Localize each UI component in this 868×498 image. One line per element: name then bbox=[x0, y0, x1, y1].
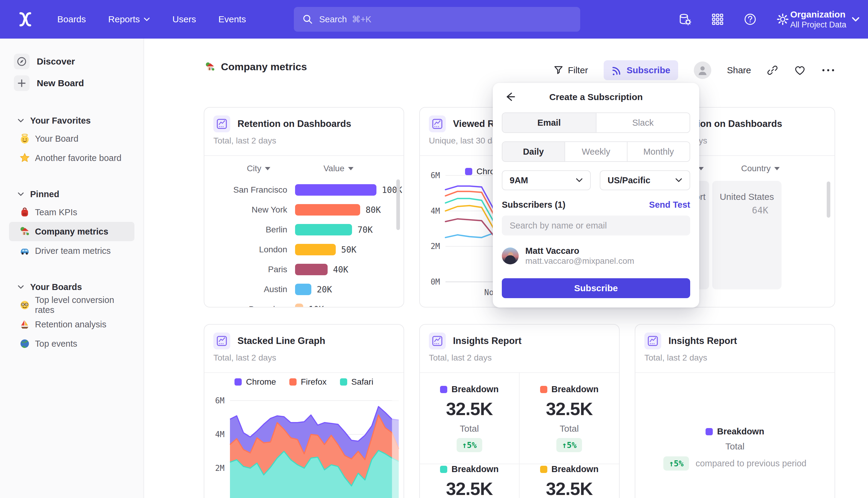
tab-monthly[interactable]: Monthly bbox=[627, 142, 690, 161]
bar bbox=[295, 264, 328, 275]
sidebar-item-discover[interactable]: Discover bbox=[0, 51, 144, 73]
nav-item-boards[interactable]: Boards bbox=[57, 14, 86, 24]
table-row[interactable]: Austin20K bbox=[204, 279, 403, 299]
more-icon[interactable] bbox=[822, 68, 835, 73]
legend-swatch bbox=[440, 466, 447, 473]
legend-swatch bbox=[540, 386, 547, 393]
sidebar-item-your-board[interactable]: Your Board bbox=[9, 129, 134, 148]
metric-sub: Total bbox=[460, 423, 479, 434]
share-button[interactable]: Share bbox=[727, 65, 751, 75]
user-avatar[interactable] bbox=[694, 62, 711, 79]
chevron-down-icon bbox=[675, 178, 682, 183]
sidebar-item-driver-team-metrics[interactable]: Driver team metrics bbox=[9, 241, 134, 260]
sidebar-item-company-metrics[interactable]: Company metrics bbox=[9, 222, 134, 241]
scrollbar-thumb[interactable] bbox=[396, 179, 400, 230]
metric-label: Breakdown bbox=[440, 464, 498, 474]
tab-email[interactable]: Email bbox=[503, 113, 596, 132]
column-header-value[interactable]: Value bbox=[304, 164, 373, 173]
sidebar-item-another-favorite-board[interactable]: Another favorite board bbox=[9, 148, 134, 168]
page-title: Company metrics bbox=[205, 61, 307, 73]
scrollbar-thumb[interactable] bbox=[827, 182, 830, 218]
metric-label: Breakdown bbox=[540, 384, 599, 394]
svg-text:4M: 4M bbox=[215, 430, 225, 439]
subscriber-avatar bbox=[502, 248, 519, 264]
tab-slack[interactable]: Slack bbox=[596, 113, 690, 132]
column-header-country[interactable]: Country bbox=[726, 164, 795, 173]
subscriber-row[interactable]: Matt Vaccaro matt.vaccaro@mixpanel.com bbox=[502, 246, 634, 266]
sidebar-section-title[interactable]: Your Favorites bbox=[0, 112, 144, 129]
filter-button[interactable]: Filter bbox=[553, 65, 588, 75]
sidebar-item-retention-analysis[interactable]: Retention analysis bbox=[9, 315, 134, 334]
tab-weekly[interactable]: Weekly bbox=[564, 142, 627, 161]
tab-daily[interactable]: Daily bbox=[503, 142, 564, 161]
sidebar-item-team-kpis[interactable]: Team KPIs bbox=[9, 202, 134, 222]
report-chart-icon bbox=[429, 116, 446, 132]
sidebar-section-pinned: PinnedTeam KPIsCompany metricsDriver tea… bbox=[0, 186, 144, 260]
subscriber-email: matt.vaccaro@mixpanel.com bbox=[525, 256, 634, 266]
send-test-link[interactable]: Send Test bbox=[649, 200, 690, 210]
card-subtitle: Total, last 2 days bbox=[644, 353, 826, 363]
table-row[interactable]: New York80K bbox=[204, 200, 403, 220]
svg-text:6M: 6M bbox=[431, 171, 440, 180]
chevron-down-icon bbox=[576, 178, 583, 183]
settings-gear-icon[interactable] bbox=[776, 12, 790, 26]
org-switcher[interactable]: Organization All Project Data bbox=[790, 0, 859, 39]
table-row[interactable]: Berlin70K bbox=[204, 220, 403, 240]
chevron-down-icon bbox=[17, 192, 24, 196]
nav-item-reports[interactable]: Reports bbox=[108, 14, 150, 24]
sidebar-section-title[interactable]: Your Boards bbox=[0, 278, 144, 296]
house-emoji bbox=[19, 226, 30, 237]
metric-sub: Total bbox=[560, 423, 579, 434]
create-subscription-modal: Create a Subscription EmailSlack DailyWe… bbox=[493, 83, 699, 307]
subscriber-name: Matt Vaccaro bbox=[525, 246, 634, 256]
nav-item-users[interactable]: Users bbox=[172, 14, 196, 24]
timezone-select[interactable]: US/Pacific bbox=[600, 170, 690, 190]
heart-icon[interactable] bbox=[794, 65, 806, 76]
metric-value: 32.5K bbox=[546, 479, 592, 498]
report-chart-icon bbox=[213, 116, 230, 132]
sidebar-item-top-events[interactable]: Top events bbox=[9, 334, 134, 353]
link-icon[interactable] bbox=[767, 65, 778, 76]
time-select[interactable]: 9AM bbox=[502, 170, 591, 190]
insight-metric: Breakdown32.5KTotal↑5% bbox=[420, 373, 520, 464]
apps-grid-icon[interactable] bbox=[711, 12, 724, 26]
table-row[interactable]: London50K bbox=[204, 240, 403, 260]
card-title: Insights Report bbox=[453, 336, 521, 346]
subscribe-button[interactable]: Subscribe bbox=[604, 60, 678, 80]
search-input[interactable]: Search ⌘+K bbox=[294, 7, 580, 32]
column-header-city[interactable]: City bbox=[216, 164, 301, 173]
insight-metric: Breakdown32.5KTotal↑5% bbox=[520, 464, 619, 498]
table-row[interactable]: Paris40K bbox=[204, 260, 403, 279]
sidebar-item-top-level-conversion-rates[interactable]: Top level conversion rates bbox=[9, 296, 134, 315]
table-cell-country[interactable]: United States 64K bbox=[712, 181, 782, 289]
subscriber-search-input[interactable] bbox=[502, 215, 690, 235]
star-emoji bbox=[19, 153, 30, 163]
stacked-area-chart: 0M2M4M6M bbox=[204, 392, 403, 498]
nav-links: BoardsReportsUsersEvents bbox=[57, 0, 246, 39]
metric-sub: Total bbox=[725, 441, 745, 451]
nav-item-events[interactable]: Events bbox=[218, 14, 246, 24]
delta-badge: ↑5% bbox=[556, 438, 582, 452]
card-retention-dashboards: Retention on Dashboards Total, last 2 da… bbox=[204, 107, 404, 307]
sidebar-item-new-board[interactable]: New Board bbox=[0, 73, 144, 94]
modal-title: Create a Subscription bbox=[493, 92, 699, 102]
data-pipeline-icon[interactable] bbox=[678, 12, 692, 26]
brand-logo-icon[interactable] bbox=[17, 11, 34, 28]
card-title: Stacked Line Graph bbox=[238, 336, 325, 346]
svg-text:2M: 2M bbox=[215, 464, 225, 473]
search-placeholder: Search bbox=[319, 14, 347, 24]
legend-swatch bbox=[465, 168, 472, 175]
bar-label: New York bbox=[216, 205, 287, 215]
bar-value: 80K bbox=[365, 205, 381, 215]
delta-note: compared to previous period bbox=[696, 459, 806, 469]
table-row[interactable]: San Francisco100K bbox=[204, 180, 403, 200]
modal-subscribe-button[interactable]: Subscribe bbox=[502, 278, 690, 298]
help-icon[interactable] bbox=[743, 12, 757, 26]
table-row[interactable]: Bangalore10K bbox=[204, 299, 403, 307]
sidebar-section-title[interactable]: Pinned bbox=[0, 186, 144, 202]
svg-text:4M: 4M bbox=[431, 207, 440, 215]
legend-item: Safari bbox=[340, 377, 373, 387]
card-stacked-line-graph: Stacked Line Graph Total, last 2 days Ch… bbox=[204, 324, 404, 498]
bar-value: 50K bbox=[341, 245, 357, 255]
svg-text:6M: 6M bbox=[215, 396, 225, 405]
